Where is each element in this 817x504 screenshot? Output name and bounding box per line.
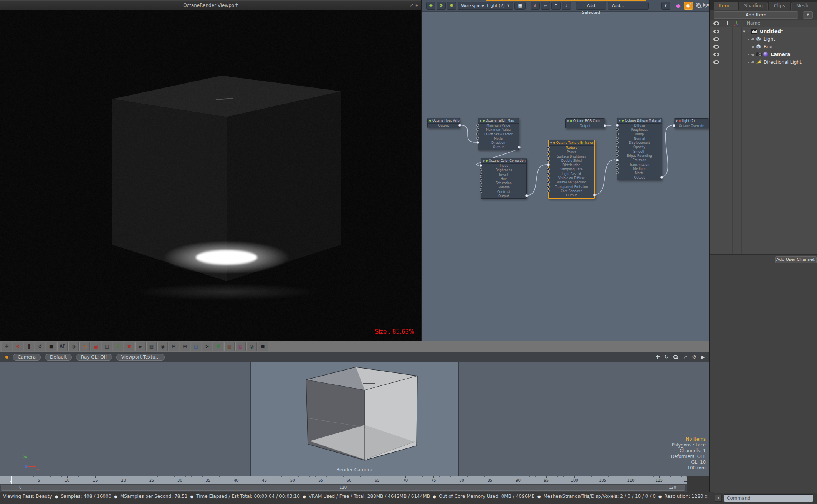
- viewport-camera-region[interactable]: Render Camera: [251, 362, 459, 476]
- pause-icon[interactable]: ‖: [24, 342, 34, 351]
- node-light-2[interactable]: ▼Light (2)Octane Override: [674, 118, 709, 128]
- schematic-node-editor[interactable]: Octane Float ValueOutput▼Octane Falloff …: [422, 0, 710, 341]
- collapse-icon[interactable]: ▼: [743, 30, 745, 33]
- grid-layout-button[interactable]: ▦: [514, 2, 526, 10]
- render-canvas[interactable]: Size : 85.63%: [0, 10, 421, 341]
- input-port[interactable]: [616, 163, 619, 166]
- viewport-left-region[interactable]: y x: [0, 362, 251, 476]
- item-box[interactable]: Box: [710, 43, 817, 51]
- add-node-icon[interactable]: ✚: [426, 2, 435, 10]
- node-texture-emission[interactable]: ▼Octane Texture EmissionTexturePowerSurf…: [548, 140, 595, 199]
- raygl-button[interactable]: Ray GL: Off: [76, 354, 112, 361]
- autofocus-icon[interactable]: AF: [57, 342, 68, 351]
- timeline-ruler[interactable]: 0510152025303540455055606570758085909510…: [0, 476, 687, 484]
- popout-icon[interactable]: ↗: [688, 2, 692, 7]
- film-icon[interactable]: ◎: [246, 342, 257, 351]
- visibility-eye-icon[interactable]: [713, 60, 719, 64]
- output-port[interactable]: [518, 146, 520, 148]
- pan-icon[interactable]: ✚: [2, 342, 12, 351]
- viewport-texture-button[interactable]: Viewport Textu...: [116, 354, 165, 361]
- item-directional-light[interactable]: Directional Light: [710, 58, 817, 66]
- add-assembly-plus-icon[interactable]: ⚙: [447, 2, 456, 10]
- diamond-icon[interactable]: ◆: [676, 2, 680, 9]
- node-titlebar[interactable]: ▼Octane Texture Emission: [549, 140, 594, 146]
- layers-icon[interactable]: ▤: [191, 342, 201, 351]
- input-port[interactable]: [547, 181, 550, 184]
- add-item-button[interactable]: Add Item: [714, 11, 798, 19]
- node-titlebar[interactable]: ▼Octane Color Correction: [481, 158, 526, 164]
- picker-icon[interactable]: ►: [135, 342, 146, 351]
- move-view-icon[interactable]: ✚: [656, 354, 660, 360]
- input-port[interactable]: [480, 177, 482, 180]
- region-lock-icon[interactable]: ▣: [91, 342, 101, 351]
- visibility-eye-icon[interactable]: [713, 30, 719, 33]
- node-falloff-map[interactable]: ▼Octane Falloff MapMinimum ValueMaximum …: [478, 118, 519, 150]
- zoom-view-icon[interactable]: [673, 354, 678, 360]
- input-port[interactable]: [616, 137, 619, 140]
- node-diffuse-material[interactable]: ▼Octane Diffuse MaterialDiffuseRoughness…: [617, 118, 662, 180]
- input-port[interactable]: [480, 173, 482, 176]
- input-port[interactable]: [547, 185, 550, 188]
- viewport-right-region[interactable]: No ItemsPolygons : FaceChannels: 1Deform…: [459, 362, 710, 476]
- node-titlebar[interactable]: Octane Float Value: [428, 118, 460, 124]
- arrow-up-icon[interactable]: ↑: [551, 2, 561, 10]
- texture-icon[interactable]: ▨: [235, 342, 246, 351]
- color-wheel-icon[interactable]: ◔: [79, 342, 90, 351]
- more-icon[interactable]: ▸: [416, 2, 418, 8]
- expand-plus-icon[interactable]: +: [747, 28, 751, 33]
- collapse-icon[interactable]: ▼: [619, 119, 621, 122]
- shading-default-button[interactable]: Default: [45, 354, 72, 361]
- gl-viewport[interactable]: CameraDefaultRay GL: OffViewport Textu..…: [0, 352, 710, 476]
- tab-shading[interactable]: Shading: [739, 2, 768, 10]
- node-titlebar[interactable]: ▼Light (2): [674, 119, 709, 124]
- node-color-correction[interactable]: ▼Octane Color CorrectionInputBrightnessI…: [481, 158, 527, 199]
- playhead[interactable]: [11, 476, 12, 484]
- node-titlebar[interactable]: ▼Octane RGB Color: [566, 119, 605, 124]
- input-port[interactable]: [476, 133, 479, 135]
- db-load-icon[interactable]: ⊟: [169, 342, 179, 351]
- node-float-value[interactable]: Octane Float ValueOutput: [427, 118, 460, 128]
- input-port[interactable]: [547, 168, 550, 171]
- collapse-icon[interactable]: ▼: [567, 120, 569, 122]
- clear-region-icon[interactable]: ✖: [124, 342, 134, 351]
- gear-icon[interactable]: ⚙: [692, 354, 696, 360]
- visibility-eye-icon[interactable]: [713, 53, 719, 56]
- more-icon[interactable]: ▶: [701, 354, 705, 360]
- arrow-down-icon[interactable]: ↓: [562, 2, 571, 10]
- arrow-left-icon[interactable]: ←: [541, 2, 550, 10]
- more-icon[interactable]: ▶: [703, 2, 706, 7]
- input-port[interactable]: [480, 186, 482, 189]
- maximize-icon[interactable]: ↗: [683, 354, 687, 360]
- db-save-icon[interactable]: ⊞: [180, 342, 190, 351]
- collapse-icon[interactable]: ▼: [483, 160, 485, 162]
- input-port[interactable]: [476, 137, 479, 140]
- visibility-eye-icon[interactable]: [713, 45, 719, 49]
- command-prompt-button[interactable]: >: [715, 495, 722, 502]
- save-pass-icon[interactable]: ⇓: [113, 342, 123, 351]
- gear-icon[interactable]: ⚙: [695, 2, 700, 7]
- node-graph-canvas[interactable]: Octane Float ValueOutput▼Octane Falloff …: [422, 0, 710, 341]
- input-port[interactable]: [547, 172, 550, 175]
- visibility-eye-icon[interactable]: [713, 37, 719, 41]
- input-port[interactable]: [616, 146, 619, 148]
- image-icon[interactable]: ▦: [146, 342, 157, 351]
- add-button[interactable]: Add...: [608, 2, 649, 10]
- command-input[interactable]: [724, 494, 813, 502]
- node-titlebar[interactable]: ▼Octane Diffuse Material: [617, 118, 662, 124]
- capture-icon[interactable]: #: [213, 342, 223, 351]
- camera-lock-icon[interactable]: ◫: [102, 342, 112, 351]
- render-viewport-titlebar[interactable]: OctaneRender Viewport ↗▸: [0, 0, 421, 11]
- add-assembly-icon[interactable]: ⚙: [437, 2, 446, 10]
- item-camera[interactable]: Camera: [710, 51, 817, 58]
- input-port[interactable]: [616, 150, 619, 153]
- input-port[interactable]: [616, 133, 619, 135]
- log-icon[interactable]: ≡: [258, 342, 268, 351]
- output-port[interactable]: [660, 176, 663, 179]
- collapse-icon[interactable]: ▼: [550, 142, 552, 144]
- popout-icon[interactable]: ↗: [410, 2, 413, 8]
- node-titlebar[interactable]: ▼Octane Falloff Map: [478, 118, 519, 124]
- add-dropdown-button[interactable]: ▼: [661, 2, 670, 10]
- add-item-dropdown[interactable]: ▼: [803, 11, 813, 19]
- rotate-view-icon[interactable]: ↻: [665, 354, 669, 360]
- collapse-icon[interactable]: ▼: [480, 119, 481, 122]
